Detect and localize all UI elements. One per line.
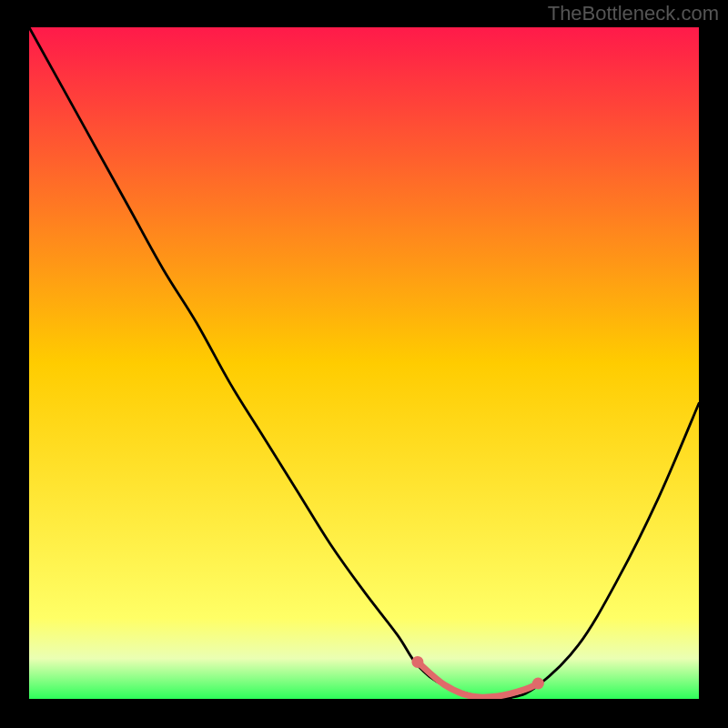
gradient-background <box>29 27 699 699</box>
chart-svg <box>29 27 699 699</box>
highlight-dot <box>411 656 423 668</box>
watermark-text: TheBottleneck.com <box>548 2 719 25</box>
highlight-dot <box>532 678 544 690</box>
plot-area <box>29 27 699 699</box>
chart-container: TheBottleneck.com <box>0 0 728 728</box>
